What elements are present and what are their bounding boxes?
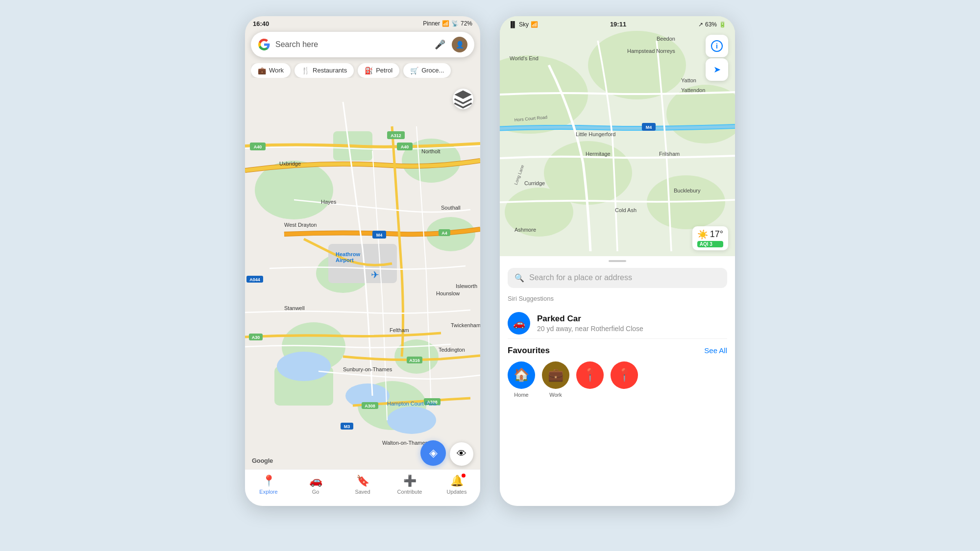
svg-text:Bucklebury: Bucklebury [674, 188, 701, 193]
svg-text:Twickenham: Twickenham [451, 322, 480, 328]
petrol-icon: ⛽ [365, 67, 373, 74]
wifi-icon: 📡 [451, 20, 459, 27]
svg-text:A4: A4 [441, 231, 447, 236]
svg-text:Curridge: Curridge [524, 180, 545, 186]
am-see-all-button[interactable]: See All [704, 346, 727, 355]
gm-layer-button[interactable] [453, 89, 473, 109]
fav-pin1-icon: 📍 [576, 361, 604, 389]
fav-item-home[interactable]: 🏠 Home [508, 361, 535, 398]
chip-restaurants[interactable]: 🍴 Restaurants [294, 63, 354, 78]
am-suggestion-address: 20 yd away, near Rotherfield Close [537, 325, 727, 333]
svg-text:Hounslow: Hounslow [436, 290, 460, 296]
gm-nav-explore[interactable]: 📍 Explore [255, 475, 282, 495]
gm-search-placeholder: Search here [275, 40, 428, 49]
svg-text:Feltham: Feltham [390, 327, 409, 333]
signal-icon: 📶 [442, 20, 449, 27]
svg-text:A312: A312 [391, 133, 401, 138]
svg-text:Isleworth: Isleworth [456, 283, 477, 289]
am-status-bar: ▐▌ Sky 📶 19:11 ↗ 63% 🔋 [500, 16, 735, 30]
fav-item-work[interactable]: 💼 Work [542, 361, 569, 398]
svg-text:Little Hungerford: Little Hungerford [576, 131, 615, 137]
saved-icon: 🔖 [356, 475, 369, 487]
fav-home-icon: 🏠 [508, 361, 535, 389]
am-info-button[interactable]: i [706, 35, 728, 57]
svg-text:Hayes: Hayes [321, 199, 337, 205]
svg-text:Beedon: Beedon [657, 36, 675, 42]
svg-text:M3: M3 [344, 424, 350, 429]
nav-contribute-label: Contribute [397, 489, 422, 495]
svg-text:Sunbury-on-Thames: Sunbury-on-Thames [343, 366, 392, 372]
am-search-placeholder: Search for a place or address [529, 273, 632, 282]
am-favourites-label: Favourites [508, 346, 550, 356]
fav-work-icon: 💼 [542, 361, 569, 389]
info-icon: i [711, 40, 723, 52]
direction-arrow-icon: ➤ [713, 64, 721, 75]
groceries-icon: 🛒 [410, 67, 418, 74]
gm-user-avatar[interactable]: 👤 [452, 37, 467, 52]
gm-direction-button[interactable]: ◈ [420, 440, 446, 466]
svg-text:Frilsham: Frilsham [659, 151, 680, 157]
go-icon: 🚗 [309, 475, 322, 487]
fav-pin2-icon: 📍 [611, 361, 638, 389]
battery-label: 72% [461, 20, 472, 27]
fav-item-pin2[interactable]: 📍 [611, 361, 638, 398]
svg-text:Heathrow: Heathrow [336, 251, 361, 257]
svg-text:Ashmore: Ashmore [514, 227, 536, 233]
gm-nav-updates[interactable]: 🔔 Updates [443, 475, 470, 495]
gm-time: 16:40 [253, 20, 269, 27]
gm-nav-go[interactable]: 🚗 Go [302, 475, 329, 495]
gm-watermark: Google [252, 456, 273, 465]
chip-work[interactable]: 💼 Work [251, 63, 291, 78]
svg-text:Airport: Airport [336, 257, 354, 263]
fav-item-pin1[interactable]: 📍 [576, 361, 604, 398]
am-map[interactable]: Hors Court Road Long Lane M4 Beedon Worl… [500, 16, 735, 256]
svg-text:A044: A044 [249, 277, 260, 282]
gm-nav-saved[interactable]: 🔖 Saved [349, 475, 376, 495]
am-direction-button[interactable]: ➤ [706, 58, 728, 81]
svg-text:Hampstead Norreys: Hampstead Norreys [627, 48, 675, 54]
am-wifi-icon: 📶 [531, 21, 538, 28]
gm-map[interactable]: A40 A40 A312 M4 A4 A30 A316 A [245, 16, 480, 506]
am-weather-display: ☀️ 17° [697, 229, 723, 240]
nav-explore-label: Explore [259, 489, 277, 495]
gm-nav-contribute[interactable]: ➕ Contribute [396, 475, 423, 495]
am-search-icon: 🔍 [514, 273, 524, 283]
svg-text:A316: A316 [409, 358, 420, 363]
am-battery-label: 63% [705, 21, 717, 28]
svg-text:Southall: Southall [441, 205, 461, 211]
updates-badge [462, 474, 466, 478]
am-weather-widget: ☀️ 17° AQI 3 [692, 226, 728, 250]
svg-text:✈: ✈ [371, 269, 379, 280]
chip-petrol-label: Petrol [376, 67, 392, 74]
am-battery-icon: 🔋 [719, 21, 726, 28]
am-carrier: Sky [519, 21, 529, 28]
am-temperature: 17° [710, 229, 723, 240]
gm-location-label: Pinner [423, 20, 440, 27]
gm-quick-chips: 💼 Work 🍴 Restaurants ⛽ Petrol 🛒 Groce... [251, 63, 474, 78]
fav-work-label: Work [549, 392, 562, 398]
am-suggestion-name: Parked Car [537, 314, 727, 324]
nav-updates-label: Updates [447, 489, 467, 495]
svg-text:A30: A30 [252, 335, 260, 340]
am-search-box[interactable]: 🔍 Search for a place or address [508, 268, 727, 288]
google-watermark-text: Google [252, 457, 273, 464]
gm-search-bar[interactable]: Search here 🎤 👤 [251, 32, 474, 57]
am-aqi-badge: AQI 3 [697, 241, 723, 247]
nav-saved-label: Saved [355, 489, 370, 495]
am-status-time: 19:11 [610, 21, 626, 28]
gm-mic-icon[interactable]: 🎤 [433, 38, 447, 51]
contribute-icon: ➕ [403, 475, 416, 487]
fav-home-label: Home [514, 392, 528, 398]
apple-maps-panel: ▐▌ Sky 📶 19:11 ↗ 63% 🔋 [500, 16, 735, 506]
svg-text:A40: A40 [401, 144, 409, 149]
am-status-right: ↗ 63% 🔋 [698, 21, 726, 28]
gm-eye-button[interactable]: 👁 [450, 442, 473, 466]
am-parked-car-suggestion[interactable]: 🚗 Parked Car 20 yd away, near Rotherfiel… [508, 308, 727, 339]
chip-groceries[interactable]: 🛒 Groce... [403, 63, 451, 78]
svg-text:Walton-on-Thames: Walton-on-Thames [382, 440, 428, 446]
svg-text:M4: M4 [646, 125, 652, 130]
chip-petrol[interactable]: ⛽ Petrol [358, 63, 399, 78]
am-drag-handle[interactable] [609, 260, 626, 262]
google-maps-panel: 16:40 Pinner 📶 📡 72% Search here 🎤 👤 [245, 16, 480, 506]
svg-text:Hampton Court Pala...: Hampton Court Pala... [387, 401, 441, 407]
